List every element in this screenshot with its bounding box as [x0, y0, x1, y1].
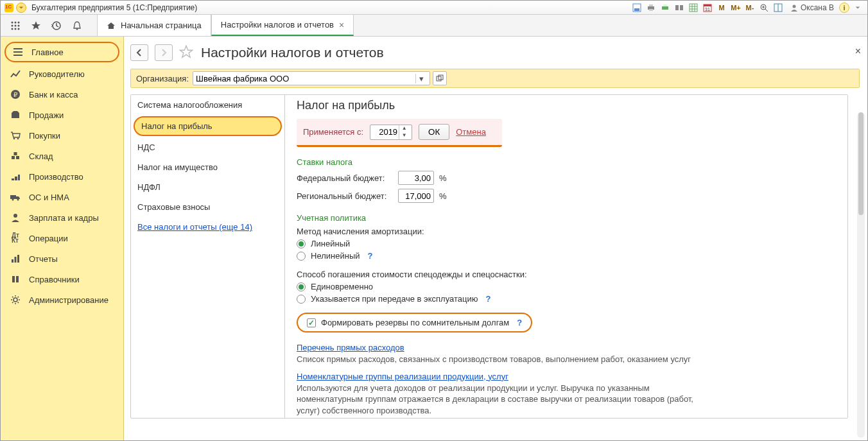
print2-icon[interactable]: [659, 3, 671, 13]
tab-settings[interactable]: Настройки налогов и отчетов ×: [211, 15, 354, 36]
ok-button[interactable]: ОК: [419, 124, 449, 140]
svg-point-42: [17, 138, 19, 140]
info-dropdown-icon[interactable]: [852, 3, 864, 13]
print-icon[interactable]: [645, 3, 657, 13]
user-indicator[interactable]: Оксана В: [790, 3, 834, 12]
reg-input[interactable]: [398, 189, 434, 203]
radio-icon[interactable]: [297, 252, 306, 261]
page-close-button[interactable]: ×: [855, 46, 861, 57]
system-buttons: [1, 15, 97, 36]
journal-icon: ДтКт: [10, 233, 21, 243]
memory-m-icon[interactable]: M: [716, 3, 727, 13]
help-icon[interactable]: ?: [368, 251, 373, 261]
sidebar-item-purchases[interactable]: Покупки: [1, 125, 123, 146]
zoom-icon[interactable]: [758, 3, 770, 13]
year-down-icon[interactable]: ▼: [399, 132, 409, 139]
scrollbar-thumb[interactable]: [858, 112, 864, 215]
radio-icon[interactable]: [297, 282, 306, 291]
sidebar-item-hr[interactable]: Зарплата и кадры: [1, 207, 123, 228]
bell-icon[interactable]: [71, 20, 83, 31]
year-field[interactable]: ▲▼: [370, 125, 412, 140]
sidebar-item-reports[interactable]: Отчеты: [1, 248, 123, 269]
org-dropdown-icon[interactable]: ▾: [415, 74, 427, 83]
favorite-star-icon[interactable]: [179, 45, 195, 60]
sidebar-label: Отчеты: [29, 254, 58, 264]
memory-mminus-icon[interactable]: M-: [744, 3, 756, 13]
wear-onissue-label: Указывается при передаче в эксплуатацию: [311, 294, 478, 304]
save-icon[interactable]: [631, 3, 643, 13]
sidebar-item-bank[interactable]: ₽ Банк и касса: [1, 84, 123, 105]
cancel-link[interactable]: Отмена: [456, 127, 486, 137]
wear-once-option[interactable]: Единовременно: [297, 282, 835, 291]
help-icon[interactable]: ?: [517, 318, 522, 327]
organization-input[interactable]: [196, 74, 415, 83]
svg-rect-55: [17, 255, 19, 263]
taxnav-all-link[interactable]: Все налоги и отчеты (еще 14): [131, 217, 284, 237]
titlebar-toolbar: 31 M M+ M- Оксана В i: [631, 3, 864, 13]
nomenclature-link[interactable]: Номенклатурные группы реализации продукц…: [297, 372, 508, 381]
ruble-icon: ₽: [10, 89, 21, 99]
app-menu-dropdown[interactable]: [16, 3, 26, 13]
taxnav-property[interactable]: Налог на имущество: [131, 157, 284, 177]
taxnav-system[interactable]: Система налогообложения: [131, 95, 284, 115]
sidebar-item-refs[interactable]: Справочники: [1, 269, 123, 290]
radio-icon[interactable]: [297, 295, 306, 304]
calendar-icon[interactable]: 31: [702, 3, 713, 13]
panels-icon[interactable]: [772, 3, 784, 13]
year-up-icon[interactable]: ▲: [399, 125, 409, 132]
year-input[interactable]: [370, 127, 399, 137]
sidebar-item-production[interactable]: Производство: [1, 166, 123, 187]
org-label: Организация:: [136, 74, 189, 83]
svg-point-50: [12, 199, 14, 201]
taxnav-insurance[interactable]: Страховые взносы: [131, 197, 284, 217]
app-logo-icon: [4, 3, 13, 12]
compare-icon[interactable]: [673, 3, 685, 13]
pct-sign: %: [439, 173, 447, 183]
form-heading: Налог на прибыль: [297, 99, 835, 112]
svg-rect-54: [15, 257, 17, 263]
org-open-button[interactable]: [433, 71, 447, 85]
dep-nonlinear-option[interactable]: Нелинейный ?: [297, 251, 835, 261]
svg-rect-6: [663, 4, 667, 6]
svg-rect-47: [15, 177, 17, 180]
scrollbar[interactable]: [857, 112, 865, 438]
svg-rect-44: [16, 156, 19, 159]
radio-icon[interactable]: [297, 239, 306, 248]
svg-point-24: [12, 21, 13, 23]
organization-field[interactable]: ▾: [193, 71, 430, 85]
reserve-checkbox-row[interactable]: Формировать резервы по сомнительным долг…: [297, 313, 532, 333]
info-icon[interactable]: i: [839, 3, 849, 13]
wear-onissue-option[interactable]: Указывается при передаче в эксплуатацию …: [297, 294, 835, 304]
boxes-icon: [10, 151, 21, 161]
grid-icon[interactable]: [688, 3, 699, 13]
nav-back-button[interactable]: [130, 44, 148, 61]
checkbox-icon[interactable]: [307, 318, 316, 327]
factory-icon: [10, 171, 21, 182]
sidebar-item-main[interactable]: Главное: [4, 42, 119, 62]
tab-home[interactable]: Начальная страница: [97, 15, 211, 36]
dep-linear-option[interactable]: Линейный: [297, 239, 835, 248]
sidebar-item-warehouse[interactable]: Склад: [1, 146, 123, 166]
applies-label: Применяется с:: [303, 127, 363, 137]
sidebar-item-sales[interactable]: Продажи: [1, 105, 123, 125]
direct-costs-link[interactable]: Перечень прямых расходов: [297, 343, 404, 352]
history-icon[interactable]: [51, 20, 62, 31]
svg-point-32: [18, 28, 20, 30]
direct-costs-desc: Список прямых расходов, связанных с прои…: [297, 354, 707, 365]
sidebar-item-manager[interactable]: Руководителю: [1, 64, 123, 84]
star-icon[interactable]: [30, 20, 42, 31]
home-icon: [107, 21, 116, 30]
memory-mplus-icon[interactable]: M+: [730, 3, 742, 13]
tab-close-icon[interactable]: ×: [339, 20, 344, 30]
taxnav-ndfl[interactable]: НДФЛ: [131, 177, 284, 197]
sidebar-item-admin[interactable]: Администрирование: [1, 290, 123, 310]
taxnav-vat[interactable]: НДС: [131, 137, 284, 157]
fed-input[interactable]: [398, 171, 434, 185]
help-icon[interactable]: ?: [485, 294, 490, 304]
nav-forward-button[interactable]: [155, 44, 173, 61]
taxnav-profit[interactable]: Налог на прибыль: [134, 116, 282, 136]
sidebar-item-operations[interactable]: ДтКт Операции: [1, 228, 123, 248]
apps-grid-icon[interactable]: [10, 20, 21, 31]
cart-icon: [10, 130, 21, 141]
sidebar-item-assets[interactable]: ОС и НМА: [1, 187, 123, 207]
